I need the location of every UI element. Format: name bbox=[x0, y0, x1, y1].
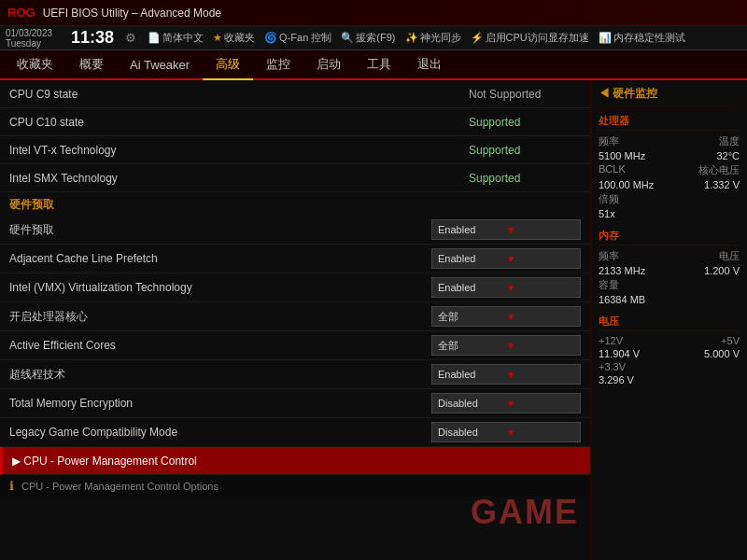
info-icon: ℹ bbox=[9, 479, 14, 493]
bios-day: Tuesday bbox=[6, 38, 52, 49]
dropdown-arrow: ▼ bbox=[506, 225, 574, 235]
bios-date: 01/03/2023 bbox=[6, 28, 52, 38]
settings-content: CPU C9 state Not Supported CPU C10 state… bbox=[0, 80, 590, 560]
setting-row-cpu-c9: CPU C9 state Not Supported bbox=[0, 80, 590, 108]
gear-icon[interactable]: ⚙ bbox=[125, 31, 136, 45]
setting-row-cpu-power[interactable]: ▶ CPU - Power Management Control bbox=[0, 447, 590, 475]
title-bar: ROG UEFI BIOS Utility – Advanced Mode bbox=[0, 0, 747, 26]
setting-row-cpu-c10: CPU C10 state Supported bbox=[0, 108, 590, 136]
hardware-monitor-sidebar: ◀ 硬件监控 处理器 频率 温度 5100 MHz 32°C BCLK 核心电压… bbox=[590, 80, 747, 560]
favorites-icon: ★ bbox=[213, 32, 222, 44]
dropdown-arrow-8: ▼ bbox=[506, 427, 574, 438]
volt-12v-5v-labels: +12V +5V bbox=[599, 335, 740, 346]
setting-row-cpu-cores[interactable]: 开启处理器核心 全部 ▼ bbox=[0, 302, 590, 331]
cpu-section-title: 处理器 bbox=[599, 114, 740, 131]
dropdown-adj-cache[interactable]: Enabled ▼ bbox=[431, 248, 581, 269]
setting-row-vtx: Intel VT-x Technology Supported bbox=[0, 136, 590, 164]
main-area: CPU C9 state Not Supported CPU C10 state… bbox=[0, 80, 747, 560]
memtest-icon: 📊 bbox=[599, 32, 612, 44]
tab-exit[interactable]: 退出 bbox=[404, 50, 455, 78]
memory-section-title: 内存 bbox=[599, 229, 740, 245]
cpu-freq-temp-labels: 频率 温度 bbox=[599, 134, 740, 148]
qfan-icon: 🌀 bbox=[264, 32, 277, 44]
dropdown-arrow-5: ▼ bbox=[506, 341, 574, 351]
nav-tabs: 收藏夹 概要 Ai Tweaker 高级 监控 启动 工具 退出 bbox=[0, 50, 747, 80]
toolbar-search[interactable]: 🔍 援索(F9) bbox=[341, 31, 395, 45]
search-icon: 🔍 bbox=[341, 32, 354, 44]
cpu-bclk-vcore-labels: BCLK 核心电压 bbox=[599, 163, 740, 177]
setting-row-smx: Intel SMX Technology Supported bbox=[0, 164, 590, 192]
toolbar-language[interactable]: 📄 简体中文 bbox=[148, 31, 204, 45]
toolbar-memtest[interactable]: 📊 内存稳定性测试 bbox=[599, 31, 685, 45]
setting-row-hyperthreading[interactable]: 超线程技术 Enabled ▼ bbox=[0, 360, 590, 389]
toolbar-cpu-mem[interactable]: ⚡ 启用CPU访问显存加速 bbox=[471, 31, 589, 45]
dropdown-cpu-cores[interactable]: 全部 ▼ bbox=[431, 306, 581, 327]
tab-tools[interactable]: 工具 bbox=[354, 50, 404, 78]
setting-row-vmx[interactable]: Intel (VMX) Virtualization Technology En… bbox=[0, 273, 590, 302]
volt-33v-value: 3.296 V bbox=[599, 374, 740, 385]
cpu-ratio-value: 51x bbox=[599, 208, 740, 219]
voltage-section-title: 电压 bbox=[599, 315, 740, 331]
bios-time: 11:38 bbox=[71, 28, 114, 48]
dropdown-arrow-2: ▼ bbox=[506, 254, 574, 264]
tab-boot[interactable]: 启动 bbox=[303, 50, 354, 78]
voltage-section: 电压 +12V +5V 11.904 V 5.000 V +3.3V 3.296… bbox=[599, 315, 740, 385]
dropdown-hw-prefetch[interactable]: Enabled ▼ bbox=[431, 219, 581, 240]
cpu-freq-temp-values: 5100 MHz 32°C bbox=[599, 150, 740, 161]
tab-advanced[interactable]: 高级 bbox=[203, 50, 253, 80]
dropdown-arrow-7: ▼ bbox=[506, 399, 574, 409]
watermark: GAME bbox=[471, 493, 579, 532]
bios-title: UEFI BIOS Utility – Advanced Mode bbox=[43, 7, 221, 20]
setting-row-efficient-cores[interactable]: Active Efficient Cores 全部 ▼ bbox=[0, 331, 590, 360]
mem-freq-volt-values: 2133 MHz 1.200 V bbox=[599, 265, 740, 276]
toolbar-aura[interactable]: ✨ 神光同步 bbox=[405, 31, 461, 45]
dropdown-efficient-cores[interactable]: 全部 ▼ bbox=[431, 335, 581, 356]
language-icon: 📄 bbox=[148, 32, 161, 44]
setting-row-tme[interactable]: Total Memory Encryption Disabled ▼ bbox=[0, 389, 590, 418]
dropdown-arrow-6: ▼ bbox=[506, 370, 574, 380]
cpu-section: 处理器 频率 温度 5100 MHz 32°C BCLK 核心电压 100.00… bbox=[599, 114, 740, 219]
toolbar: 01/03/2023 Tuesday 11:38 ⚙ 📄 简体中文 ★ 收藏夹 … bbox=[0, 26, 747, 50]
mem-cap-label: 容量 bbox=[599, 278, 740, 292]
volt-12v-5v-values: 11.904 V 5.000 V bbox=[599, 348, 740, 359]
volt-33v-label: +3.3V bbox=[599, 361, 740, 372]
tab-ai-tweaker[interactable]: Ai Tweaker bbox=[117, 50, 203, 78]
toolbar-qfan[interactable]: 🌀 Q-Fan 控制 bbox=[264, 31, 331, 45]
mem-freq-volt-labels: 频率 电压 bbox=[599, 249, 740, 263]
cpu-bclk-vcore-values: 100.00 MHz 1.332 V bbox=[599, 179, 740, 190]
dropdown-arrow-3: ▼ bbox=[506, 283, 574, 293]
rog-logo: ROG bbox=[7, 6, 35, 20]
tab-monitor[interactable]: 监控 bbox=[253, 50, 303, 78]
toolbar-favorites[interactable]: ★ 收藏夹 bbox=[213, 31, 255, 45]
mem-cap-value: 16384 MB bbox=[599, 294, 740, 305]
sidebar-title: ◀ 硬件监控 bbox=[599, 86, 740, 106]
setting-row-legacy-game[interactable]: Legacy Game Compatibility Mode Disabled … bbox=[0, 418, 590, 447]
memory-section: 内存 频率 电压 2133 MHz 1.200 V 容量 16384 MB bbox=[599, 229, 740, 305]
dropdown-hyperthreading[interactable]: Enabled ▼ bbox=[431, 364, 581, 385]
dropdown-vmx[interactable]: Enabled ▼ bbox=[431, 277, 581, 298]
dropdown-legacy-game[interactable]: Disabled ▼ bbox=[431, 422, 581, 442]
dropdown-tme[interactable]: Disabled ▼ bbox=[431, 393, 581, 413]
cpu-ratio-label: 倍频 bbox=[599, 192, 740, 206]
setting-row-hw-prefetch[interactable]: 硬件预取 Enabled ▼ bbox=[0, 216, 590, 245]
tab-favorites[interactable]: 收藏夹 bbox=[4, 50, 66, 78]
cpu-mem-icon: ⚡ bbox=[471, 32, 484, 44]
hw-prefetch-section: 硬件预取 bbox=[0, 192, 590, 216]
tab-overview[interactable]: 概要 bbox=[66, 50, 117, 78]
aura-icon: ✨ bbox=[405, 32, 418, 44]
dropdown-arrow-4: ▼ bbox=[506, 312, 574, 322]
setting-row-adj-cache[interactable]: Adjacent Cache Line Prefetch Enabled ▼ bbox=[0, 245, 590, 273]
